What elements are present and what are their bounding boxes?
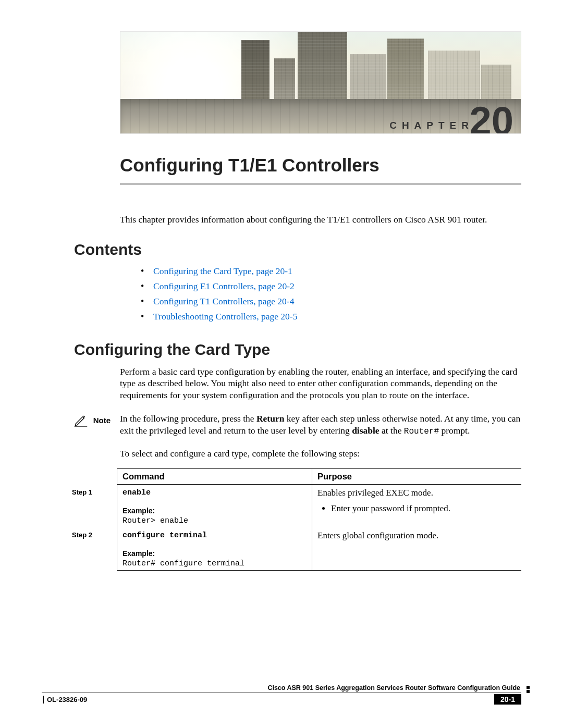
footer-guide-title: Cisco ASR 901 Series Aggregation Service… xyxy=(42,684,521,693)
toc-item: Troubleshooting Controllers, page 20-5 xyxy=(141,311,521,322)
toc-link[interactable]: Configuring E1 Controllers, page 20-2 xyxy=(153,281,295,291)
col-command: Command xyxy=(117,469,312,485)
command-table: Command Purpose Step 1 enable Example: R… xyxy=(68,468,521,571)
chapter-label: CHAPTER xyxy=(389,120,474,131)
command-text: enable xyxy=(123,488,151,497)
step-intro: To select and configure a card type, com… xyxy=(120,448,521,459)
toc-item: Configuring the Card Type, page 20-1 xyxy=(141,266,521,277)
example-label: Example: xyxy=(123,507,308,515)
banner-building xyxy=(387,39,424,100)
toc-link[interactable]: Troubleshooting Controllers, page 20-5 xyxy=(153,311,297,322)
banner-building xyxy=(481,65,511,100)
contents-heading: Contents xyxy=(74,241,521,258)
page-number: 20-1 xyxy=(494,694,521,705)
col-purpose: Purpose xyxy=(312,469,522,485)
banner-building xyxy=(350,54,386,100)
chapter-number: 20 xyxy=(469,101,513,134)
section-heading: Configuring the Card Type xyxy=(74,341,521,359)
footer-doc-id: OL-23826-09 xyxy=(43,696,87,704)
intro-paragraph: This chapter provides information about … xyxy=(120,214,521,226)
note-block: Note In the following procedure, press t… xyxy=(42,413,521,437)
purpose-text: Enters global configuration mode. xyxy=(317,530,438,540)
title-rule xyxy=(120,183,521,185)
example-label: Example: xyxy=(123,549,308,558)
toc-list: Configuring the Card Type, page 20-1 Con… xyxy=(141,266,521,322)
note-text: In the following procedure, press the Re… xyxy=(120,413,521,437)
toc-item: Configuring E1 Controllers, page 20-2 xyxy=(141,281,521,292)
page: CHAPTER 20 Configuring T1/E1 Controllers… xyxy=(0,0,563,728)
chapter-title: Configuring T1/E1 Controllers xyxy=(120,155,521,176)
banner-building xyxy=(428,51,480,100)
purpose-bullet: Enter your password if prompted. xyxy=(331,502,517,515)
example-text: Router> enable xyxy=(123,516,188,525)
purpose-text: Enables privileged EXEC mode. xyxy=(317,488,433,498)
chapter-banner: CHAPTER 20 xyxy=(120,31,521,134)
pencil-icon xyxy=(74,413,88,429)
command-text: configure terminal xyxy=(123,531,207,540)
section-paragraph: Perform a basic card type configuration … xyxy=(120,366,521,401)
step-label: Step 2 xyxy=(72,531,92,539)
banner-building xyxy=(241,40,270,100)
toc-link[interactable]: Configuring the Card Type, page 20-1 xyxy=(153,266,292,276)
toc-item: Configuring T1 Controllers, page 20-4 xyxy=(141,296,521,307)
note-label: Note xyxy=(93,416,111,425)
page-footer: Cisco ASR 901 Series Aggregation Service… xyxy=(42,684,521,705)
toc-link[interactable]: Configuring T1 Controllers, page 20-4 xyxy=(153,296,294,306)
banner-building xyxy=(274,58,295,100)
example-text: Router# configure terminal xyxy=(123,559,244,568)
step-label: Step 1 xyxy=(72,488,92,496)
banner-building xyxy=(298,31,347,100)
